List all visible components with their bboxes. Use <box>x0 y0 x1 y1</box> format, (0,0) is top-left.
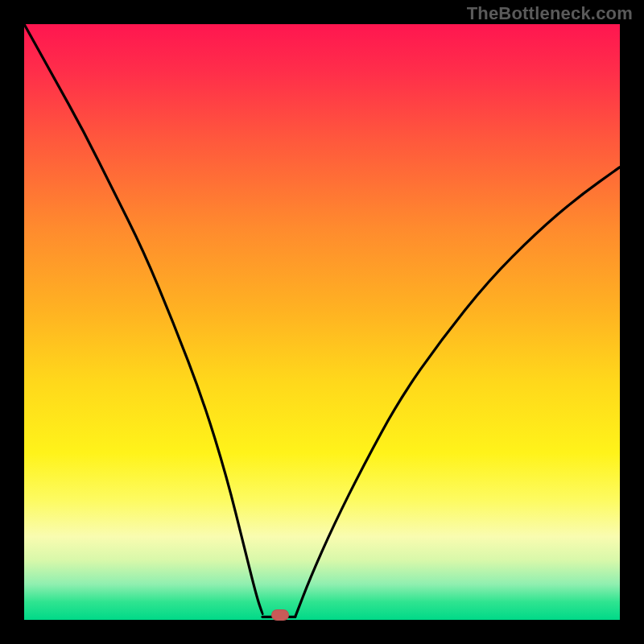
watermark-text: TheBottleneck.com <box>467 3 633 24</box>
plot-area <box>24 24 620 620</box>
valley-marker <box>271 609 289 621</box>
curve-left-branch <box>24 24 262 614</box>
curve-right-branch <box>295 167 620 617</box>
chart-frame: TheBottleneck.com <box>0 0 644 644</box>
bottleneck-curve <box>24 24 620 620</box>
